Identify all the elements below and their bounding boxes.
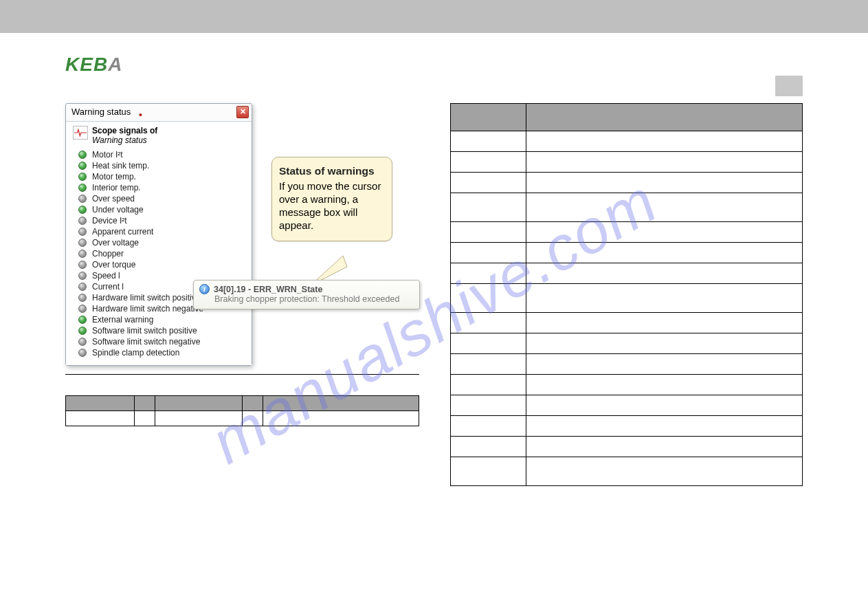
signal-label: Spindle clamp detection bbox=[92, 348, 179, 358]
tooltip-title: 34[0].19 - ERR_WRN_State bbox=[214, 285, 322, 294]
warning-status-window: Warning status • ✕ Scope signals of Warn… bbox=[65, 103, 252, 366]
signal-label: Chopper bbox=[92, 249, 124, 259]
signal-label: Over speed bbox=[92, 194, 135, 204]
table-row bbox=[66, 411, 419, 426]
signal-row[interactable]: Motor temp. bbox=[70, 171, 247, 182]
right-large-table bbox=[450, 103, 803, 486]
logo-last: A bbox=[108, 54, 122, 75]
brand-logo: KEBA bbox=[65, 54, 803, 76]
pulse-icon bbox=[73, 126, 88, 140]
scope-heading: Scope signals of bbox=[92, 126, 157, 135]
signal-row[interactable]: Over torque bbox=[70, 259, 247, 270]
status-led-icon bbox=[78, 283, 87, 291]
signal-row[interactable]: Chopper bbox=[70, 248, 247, 259]
signal-row[interactable]: Spindle clamp detection bbox=[70, 347, 247, 358]
status-led-icon bbox=[78, 173, 87, 181]
table-header-row bbox=[66, 396, 419, 411]
window-title: Warning status bbox=[71, 107, 131, 117]
window-titlebar: Warning status • ✕ bbox=[66, 104, 252, 122]
status-led-icon bbox=[78, 239, 87, 247]
status-led-icon bbox=[78, 327, 87, 335]
signal-label: Motor temp. bbox=[92, 172, 136, 182]
table-row bbox=[451, 243, 803, 263]
status-led-icon bbox=[78, 217, 87, 225]
signal-row[interactable]: Interior temp. bbox=[70, 182, 247, 193]
status-led-icon bbox=[78, 206, 87, 214]
table-row bbox=[451, 416, 803, 437]
table-row bbox=[451, 131, 803, 152]
table-row bbox=[451, 173, 803, 193]
table-row bbox=[451, 313, 803, 333]
signal-row[interactable]: Over voltage bbox=[70, 237, 247, 248]
signal-label: External warning bbox=[92, 315, 153, 325]
signal-row[interactable]: External warning bbox=[70, 314, 247, 325]
table-row bbox=[451, 375, 803, 395]
signal-label: Software limit switch negative bbox=[92, 337, 200, 347]
status-led-icon bbox=[78, 195, 87, 203]
signal-row[interactable]: Software limit switch positive bbox=[70, 325, 247, 336]
table-row bbox=[451, 437, 803, 457]
status-led-icon bbox=[78, 151, 87, 159]
callout-body: If you move the cursor over a warning, a… bbox=[279, 179, 385, 232]
signal-label: Software limit switch positive bbox=[92, 326, 197, 336]
info-icon: i bbox=[199, 284, 210, 294]
table-row bbox=[451, 333, 803, 354]
signal-label: Apparent current bbox=[92, 227, 153, 237]
logo-main: KEB bbox=[65, 54, 108, 75]
table-row bbox=[451, 222, 803, 243]
status-led-icon bbox=[78, 250, 87, 258]
tooltip-box: i 34[0].19 - ERR_WRN_State Braking chopp… bbox=[193, 280, 420, 309]
signal-row[interactable]: Device I²t bbox=[70, 215, 247, 226]
table-header-row bbox=[451, 104, 803, 131]
status-led-icon bbox=[78, 349, 87, 357]
signal-row[interactable]: Motor I²t bbox=[70, 149, 247, 160]
table-row bbox=[451, 193, 803, 222]
left-small-table bbox=[65, 395, 419, 426]
status-led-icon bbox=[78, 261, 87, 269]
status-led-icon bbox=[78, 294, 87, 302]
signal-row[interactable]: Under voltage bbox=[70, 204, 247, 215]
signal-label: Hardware limit switch negative bbox=[92, 304, 203, 314]
signal-row[interactable]: Apparent current bbox=[70, 226, 247, 237]
signal-label: Device I²t bbox=[92, 216, 127, 226]
signal-row[interactable]: Heat sink temp. bbox=[70, 160, 247, 171]
signal-label: Speed l bbox=[92, 271, 120, 281]
status-led-icon bbox=[78, 272, 87, 280]
table-row bbox=[451, 263, 803, 284]
table-row bbox=[451, 354, 803, 375]
table-row bbox=[451, 457, 803, 486]
signal-label: Over torque bbox=[92, 260, 135, 270]
table-row bbox=[451, 284, 803, 313]
status-led-icon bbox=[78, 162, 87, 170]
scope-subheading: Warning status bbox=[92, 135, 157, 145]
callout-bubble: Status of warnings If you move the curso… bbox=[271, 157, 392, 241]
table-row bbox=[451, 395, 803, 416]
signal-label: Interior temp. bbox=[92, 183, 141, 193]
signal-label: Over voltage bbox=[92, 238, 139, 248]
signal-label: Heat sink temp. bbox=[92, 161, 149, 171]
signal-label: Motor I²t bbox=[92, 150, 123, 160]
status-led-icon bbox=[78, 305, 87, 313]
signal-label: Current l bbox=[92, 282, 124, 292]
signal-list: Motor I²tHeat sink temp.Motor temp.Inter… bbox=[70, 149, 247, 358]
callout-heading: Status of warnings bbox=[279, 164, 385, 178]
status-led-icon bbox=[78, 338, 87, 346]
scope-header-row: Scope signals of Warning status bbox=[70, 126, 247, 145]
signal-label: Under voltage bbox=[92, 205, 144, 215]
signal-row[interactable]: Software limit switch negative bbox=[70, 336, 247, 347]
signal-row[interactable]: Over speed bbox=[70, 193, 247, 204]
table-row bbox=[451, 152, 803, 173]
tooltip-body: Braking chopper protection: Threshold ex… bbox=[199, 294, 414, 304]
signal-label: Hardware limit switch positive bbox=[92, 293, 200, 303]
figure-divider bbox=[65, 374, 419, 375]
titlebar-dot-icon: • bbox=[139, 109, 142, 120]
status-led-icon bbox=[78, 228, 87, 236]
status-led-icon bbox=[78, 316, 87, 324]
top-gray-bar bbox=[0, 0, 868, 33]
status-led-icon bbox=[78, 184, 87, 192]
header-placeholder-box bbox=[775, 76, 803, 96]
window-close-button[interactable]: ✕ bbox=[236, 106, 249, 118]
